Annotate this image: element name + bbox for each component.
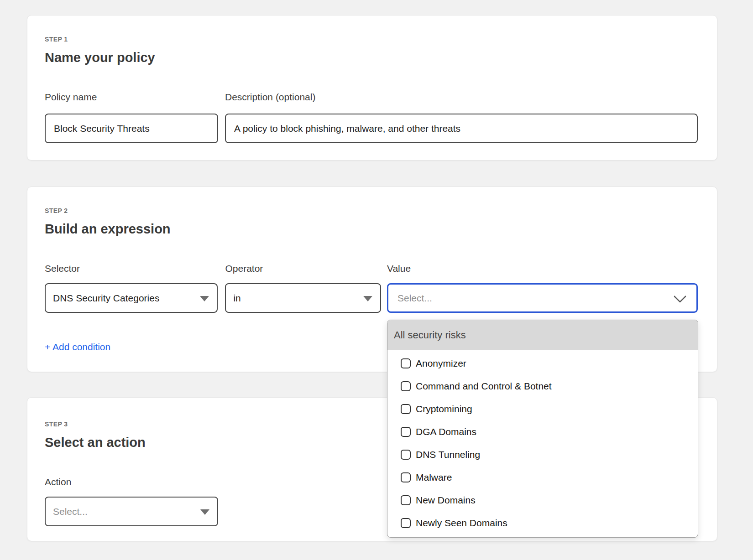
chevron-down-icon [674, 290, 686, 302]
selector-field: Selector DNS Security Categories [45, 263, 218, 313]
expression-row: Selector DNS Security Categories Operato… [45, 263, 698, 313]
checkbox-unchecked[interactable] [401, 472, 411, 482]
dropdown-option-label: DGA Domains [416, 426, 476, 437]
dropdown-arrow-icon [200, 296, 209, 301]
value-combobox[interactable]: Select... [387, 283, 698, 313]
value-field: Value Select... All security risks Anony… [387, 263, 698, 313]
dropdown-option[interactable]: Cryptomining [387, 398, 698, 420]
dropdown-option-label: Newly Seen Domains [416, 518, 507, 529]
dropdown-option-label: DNS Tunneling [416, 449, 480, 460]
dropdown-option[interactable]: DGA Domains [387, 420, 698, 443]
selector-label: Selector [45, 263, 218, 274]
dropdown-option-all-security-risks[interactable]: All security risks [387, 320, 698, 350]
checkbox-unchecked[interactable] [401, 381, 411, 391]
operator-label: Operator [225, 263, 381, 274]
dropdown-option[interactable]: Malware [387, 466, 698, 489]
action-placeholder: Select... [53, 506, 88, 517]
dropdown-option-label: Malware [416, 472, 452, 483]
dropdown-option-label: Command and Control & Botnet [416, 381, 552, 392]
checkbox-unchecked[interactable] [401, 450, 411, 460]
step1-fields-row: Policy name Description (optional) [45, 91, 698, 143]
policy-name-label: Policy name [45, 91, 218, 103]
dropdown-option[interactable]: Anonymizer [387, 352, 698, 375]
checkbox-unchecked[interactable] [401, 358, 411, 368]
dropdown-option[interactable]: DNS Tunneling [387, 443, 698, 466]
step1-card: STEP 1 Name your policy Policy name Desc… [27, 15, 717, 161]
dropdown-option[interactable]: New Domains [387, 489, 698, 512]
value-label: Value [387, 263, 698, 274]
action-select[interactable]: Select... [45, 497, 218, 526]
selector-select[interactable]: DNS Security Categories [45, 283, 218, 313]
checkbox-unchecked[interactable] [401, 427, 411, 437]
value-dropdown-panel: All security risks Anonymizer Command an… [387, 320, 698, 538]
value-placeholder: Select... [397, 293, 432, 304]
dropdown-option[interactable]: Command and Control & Botnet [387, 375, 698, 398]
selector-selected-value: DNS Security Categories [53, 293, 159, 304]
checkbox-unchecked[interactable] [401, 404, 411, 414]
description-label: Description (optional) [225, 91, 698, 103]
checkbox-unchecked[interactable] [401, 495, 411, 505]
step1-label: STEP 1 [45, 35, 698, 44]
dropdown-options-list: Anonymizer Command and Control & Botnet … [387, 350, 698, 534]
dropdown-option-label: Anonymizer [416, 358, 466, 369]
action-label: Action [45, 476, 218, 487]
action-field: Action Select... [45, 476, 218, 526]
dropdown-option-label: New Domains [416, 495, 476, 506]
operator-select[interactable]: in [225, 283, 381, 313]
checkbox-unchecked[interactable] [401, 518, 411, 528]
description-field: Description (optional) [225, 91, 698, 143]
operator-selected-value: in [233, 293, 241, 304]
step2-title: Build an expression [45, 221, 698, 237]
step2-label: STEP 2 [45, 206, 698, 215]
operator-field: Operator in [225, 263, 381, 313]
policy-name-input[interactable] [45, 114, 218, 143]
dropdown-option[interactable]: Newly Seen Domains [387, 512, 698, 534]
step1-title: Name your policy [45, 49, 698, 66]
policy-name-field: Policy name [45, 91, 218, 143]
dropdown-option-label: Cryptomining [416, 404, 472, 415]
dropdown-arrow-icon [200, 509, 209, 515]
description-input[interactable] [225, 114, 698, 143]
step2-card: STEP 2 Build an expression Selector DNS … [27, 187, 717, 372]
dropdown-arrow-icon [363, 296, 372, 301]
